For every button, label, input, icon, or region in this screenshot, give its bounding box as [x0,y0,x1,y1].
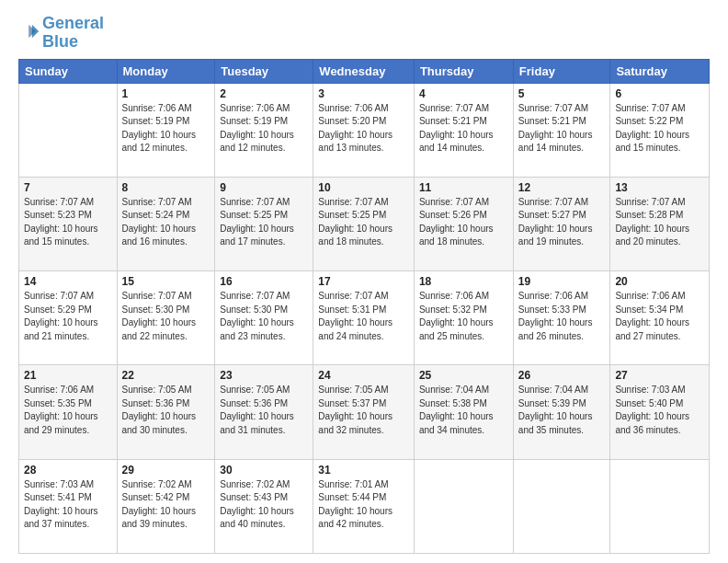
calendar-cell: 1Sunrise: 7:06 AMSunset: 5:19 PMDaylight… [117,83,215,177]
day-info: Sunrise: 7:04 AMSunset: 5:39 PMDaylight:… [518,384,606,437]
day-number: 4 [419,87,508,100]
weekday-header-thursday: Thursday [414,59,513,83]
day-number: 8 [122,181,210,194]
weekday-header-tuesday: Tuesday [215,59,313,83]
calendar-cell: 22Sunrise: 7:05 AMSunset: 5:36 PMDayligh… [117,365,215,459]
calendar-cell: 2Sunrise: 7:06 AMSunset: 5:19 PMDaylight… [215,83,313,177]
day-number: 5 [518,87,606,100]
day-info: Sunrise: 7:03 AMSunset: 5:40 PMDaylight:… [615,384,704,437]
day-info: Sunrise: 7:06 AMSunset: 5:20 PMDaylight:… [318,102,409,155]
day-info: Sunrise: 7:07 AMSunset: 5:22 PMDaylight:… [615,102,704,155]
calendar-cell: 10Sunrise: 7:07 AMSunset: 5:25 PMDayligh… [313,177,415,270]
day-number: 13 [615,181,704,194]
calendar-cell: 5Sunrise: 7:07 AMSunset: 5:21 PMDaylight… [513,83,610,177]
day-number: 23 [220,369,308,382]
weekday-header-saturday: Saturday [610,59,710,83]
calendar-cell: 23Sunrise: 7:05 AMSunset: 5:36 PMDayligh… [215,365,313,459]
calendar-cell: 18Sunrise: 7:06 AMSunset: 5:32 PMDayligh… [414,271,513,365]
calendar-cell: 6Sunrise: 7:07 AMSunset: 5:22 PMDaylight… [610,83,710,177]
day-info: Sunrise: 7:06 AMSunset: 5:34 PMDaylight:… [615,290,704,343]
logo: General Blue [18,15,104,52]
day-number: 26 [518,369,606,382]
calendar-cell: 20Sunrise: 7:06 AMSunset: 5:34 PMDayligh… [610,271,710,365]
day-number: 2 [220,87,308,100]
week-row-2: 7Sunrise: 7:07 AMSunset: 5:23 PMDaylight… [19,177,710,270]
day-number: 9 [220,181,308,194]
day-info: Sunrise: 7:06 AMSunset: 5:33 PMDaylight:… [518,290,606,343]
day-number: 12 [518,181,606,194]
calendar-cell: 13Sunrise: 7:07 AMSunset: 5:28 PMDayligh… [610,177,710,270]
day-info: Sunrise: 7:06 AMSunset: 5:35 PMDaylight:… [24,384,112,437]
calendar-cell: 21Sunrise: 7:06 AMSunset: 5:35 PMDayligh… [19,365,118,459]
logo-text-line1: General [42,15,104,33]
day-info: Sunrise: 7:07 AMSunset: 5:24 PMDaylight:… [122,196,210,249]
day-info: Sunrise: 7:02 AMSunset: 5:43 PMDaylight:… [220,478,308,532]
calendar-cell: 28Sunrise: 7:03 AMSunset: 5:41 PMDayligh… [19,459,118,553]
day-number: 27 [615,369,704,382]
day-number: 18 [419,275,508,288]
calendar-table: SundayMondayTuesdayWednesdayThursdayFrid… [18,59,710,554]
calendar-cell: 25Sunrise: 7:04 AMSunset: 5:38 PMDayligh… [414,365,513,459]
day-number: 29 [122,464,210,477]
calendar-cell: 3Sunrise: 7:06 AMSunset: 5:20 PMDaylight… [313,83,415,177]
day-number: 6 [615,87,704,100]
weekday-header-monday: Monday [117,59,215,83]
calendar-cell: 27Sunrise: 7:03 AMSunset: 5:40 PMDayligh… [610,365,710,459]
day-info: Sunrise: 7:07 AMSunset: 5:21 PMDaylight:… [518,102,606,155]
day-info: Sunrise: 7:07 AMSunset: 5:31 PMDaylight:… [318,290,409,343]
day-info: Sunrise: 7:05 AMSunset: 5:36 PMDaylight:… [220,384,308,437]
week-row-3: 14Sunrise: 7:07 AMSunset: 5:29 PMDayligh… [19,271,710,365]
day-number: 10 [318,181,409,194]
calendar-cell: 16Sunrise: 7:07 AMSunset: 5:30 PMDayligh… [215,271,313,365]
day-number: 22 [122,369,210,382]
header: General Blue [18,15,710,52]
day-number: 25 [419,369,508,382]
calendar-cell: 24Sunrise: 7:05 AMSunset: 5:37 PMDayligh… [313,365,415,459]
day-number: 15 [122,275,210,288]
calendar-cell: 11Sunrise: 7:07 AMSunset: 5:26 PMDayligh… [414,177,513,270]
day-number: 7 [24,181,112,194]
day-info: Sunrise: 7:05 AMSunset: 5:36 PMDaylight:… [122,384,210,437]
day-number: 1 [122,87,210,100]
weekday-header-friday: Friday [513,59,610,83]
weekday-header-sunday: Sunday [19,59,118,83]
day-info: Sunrise: 7:01 AMSunset: 5:44 PMDaylight:… [318,478,409,532]
weekday-header-wednesday: Wednesday [313,59,415,83]
calendar-cell: 17Sunrise: 7:07 AMSunset: 5:31 PMDayligh… [313,271,415,365]
calendar-cell [19,83,118,177]
calendar-cell: 26Sunrise: 7:04 AMSunset: 5:39 PMDayligh… [513,365,610,459]
weekday-header-row: SundayMondayTuesdayWednesdayThursdayFrid… [19,59,710,83]
day-number: 16 [220,275,308,288]
day-info: Sunrise: 7:07 AMSunset: 5:21 PMDaylight:… [419,102,508,155]
week-row-5: 28Sunrise: 7:03 AMSunset: 5:41 PMDayligh… [19,459,710,553]
calendar-cell: 19Sunrise: 7:06 AMSunset: 5:33 PMDayligh… [513,271,610,365]
calendar-cell [414,459,513,553]
day-number: 31 [318,464,409,477]
day-info: Sunrise: 7:07 AMSunset: 5:23 PMDaylight:… [24,196,112,249]
day-info: Sunrise: 7:03 AMSunset: 5:41 PMDaylight:… [24,478,112,532]
calendar-cell: 8Sunrise: 7:07 AMSunset: 5:24 PMDaylight… [117,177,215,270]
day-info: Sunrise: 7:02 AMSunset: 5:42 PMDaylight:… [122,478,210,532]
day-info: Sunrise: 7:06 AMSunset: 5:19 PMDaylight:… [220,102,308,155]
week-row-1: 1Sunrise: 7:06 AMSunset: 5:19 PMDaylight… [19,83,710,177]
day-number: 28 [24,464,112,477]
calendar-cell: 4Sunrise: 7:07 AMSunset: 5:21 PMDaylight… [414,83,513,177]
day-info: Sunrise: 7:07 AMSunset: 5:25 PMDaylight:… [220,196,308,249]
logo-icon [20,21,40,41]
calendar-cell: 29Sunrise: 7:02 AMSunset: 5:42 PMDayligh… [117,459,215,553]
calendar-cell [610,459,710,553]
day-number: 21 [24,369,112,382]
page: General Blue SundayMondayTuesdayWednesda… [0,0,728,563]
day-info: Sunrise: 7:04 AMSunset: 5:38 PMDaylight:… [419,384,508,437]
day-info: Sunrise: 7:07 AMSunset: 5:27 PMDaylight:… [518,196,606,249]
day-info: Sunrise: 7:06 AMSunset: 5:32 PMDaylight:… [419,290,508,343]
day-number: 3 [318,87,409,100]
day-info: Sunrise: 7:07 AMSunset: 5:30 PMDaylight:… [220,290,308,343]
calendar-cell: 9Sunrise: 7:07 AMSunset: 5:25 PMDaylight… [215,177,313,270]
calendar-cell: 31Sunrise: 7:01 AMSunset: 5:44 PMDayligh… [313,459,415,553]
day-info: Sunrise: 7:06 AMSunset: 5:19 PMDaylight:… [122,102,210,155]
calendar-cell: 30Sunrise: 7:02 AMSunset: 5:43 PMDayligh… [215,459,313,553]
day-number: 19 [518,275,606,288]
calendar-cell [513,459,610,553]
logo-text-line2: Blue [42,33,104,52]
